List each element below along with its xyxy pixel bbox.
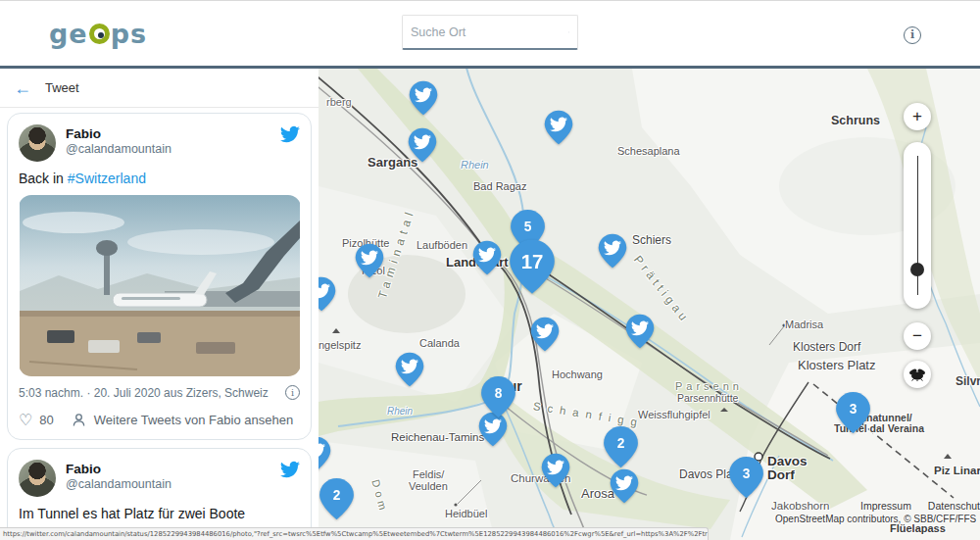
map-label-veulden: Veulden [409, 480, 448, 492]
info-button[interactable]: i [904, 26, 921, 44]
tweet-info-icon[interactable]: i [285, 385, 300, 400]
osm-attribution: OpenStreetMap contributors, © SBB/CFF/FF… [775, 514, 976, 524]
svg-text:3: 3 [742, 466, 750, 481]
fly-icon [908, 368, 926, 381]
header: ge ps i [0, 0, 980, 69]
map-label-ringelspitz: ngelspitz [318, 339, 361, 351]
twitter-icon[interactable] [280, 460, 300, 479]
map-label-klosters-dorf: Klosters Dorf [793, 340, 860, 354]
tweet-marker[interactable] [409, 80, 438, 120]
status-url: https://twitter.com/calandamountain/stat… [3, 530, 709, 538]
map-footer-links: Impressum Datenschutz [860, 500, 980, 512]
zoom-slider[interactable] [904, 142, 931, 309]
map-label-schruns: Schruns [831, 114, 880, 127]
map-label-erberg: rberg [326, 96, 352, 108]
tweet-header: Fabio @calandamountain [19, 460, 300, 497]
impressum-link[interactable]: Impressum [860, 500, 911, 512]
search-input[interactable] [411, 25, 568, 39]
cluster-marker[interactable]: 2 [318, 477, 355, 524]
zoom-out-button[interactable]: − [904, 322, 931, 350]
tweet-marker[interactable] [544, 110, 573, 149]
back-button[interactable]: ← [14, 79, 31, 97]
tweet-photo-airport[interactable] [19, 195, 301, 376]
tweet-marker[interactable] [625, 314, 655, 353]
map-label-madrisa: Madrisa [785, 319, 823, 330]
minus-icon: − [912, 326, 922, 346]
tweet-header: Fabio @calandamountain [19, 124, 300, 162]
map-label-davos-dorf: Dorf [767, 467, 795, 482]
search-icon[interactable] [568, 25, 569, 40]
svg-text:2: 2 [616, 436, 624, 451]
tweet-marker[interactable] [530, 317, 560, 356]
logo-o-icon [89, 24, 110, 44]
sidebar-header: ← Tweet [0, 69, 318, 108]
map-label-rhein-north: Rhein [461, 159, 489, 171]
fly-button[interactable] [904, 361, 931, 388]
avatar[interactable] [19, 460, 56, 497]
map-label-feldis: Feldis/ [413, 468, 444, 480]
tweet-marker[interactable] [318, 436, 331, 475]
cluster-marker[interactable]: 3 [728, 456, 764, 503]
svg-text:2: 2 [332, 488, 340, 503]
more-tweets-link[interactable]: Weitere Tweets von Fabio ansehen [94, 413, 293, 427]
map-label-jakobshorn: Jakobshorn [771, 500, 829, 512]
tweet-actions: ♡ 80 Weitere Tweets von Fabio ansehen [19, 411, 300, 429]
cluster-marker[interactable]: 8 [480, 375, 516, 422]
map[interactable]: rbergSargansRheinBad RagazSchrunsSchesap… [318, 69, 980, 540]
tweet-list: Fabio @calandamountain Back in #Switzerl… [0, 108, 318, 540]
map-label-laufboeden: Laufböden [416, 239, 467, 251]
map-label-bad-ragaz: Bad Ragaz [473, 180, 526, 192]
logo-text-left: ge [49, 19, 88, 49]
twitter-icon[interactable] [280, 124, 300, 144]
cluster-marker[interactable]: 2 [603, 425, 639, 472]
tweet-text: Back in #Switzerland [19, 171, 300, 186]
map-label-piz-linar: Piz Linar [934, 465, 980, 476]
app-window: ge ps i ← Tweet Fabio [0, 0, 980, 540]
tweet-marker[interactable] [408, 127, 437, 167]
tweet-author-name[interactable]: Fabio [66, 462, 280, 476]
datenschutz-link[interactable]: Datenschutz [928, 500, 980, 512]
sidebar-title: Tweet [45, 80, 79, 95]
tweet-card[interactable]: Fabio @calandamountain Back in #Switzerl… [7, 113, 312, 440]
tweet-marker[interactable] [395, 352, 424, 391]
tweet-meta: 5:03 nachm. · 20. Juli 2020 aus Zizers, … [19, 385, 300, 400]
tweet-marker[interactable] [598, 233, 627, 272]
avatar[interactable] [19, 124, 56, 162]
tweet-text: Im Tunnel es hat Platz für zwei Boote [19, 506, 300, 521]
svg-text:8: 8 [494, 386, 502, 401]
tweet-author-handle[interactable]: @calandamountain [66, 477, 280, 491]
svg-text:17: 17 [521, 250, 544, 271]
person-icon[interactable] [72, 413, 86, 427]
map-label-reichenau-tamins: Reichenau-Tamins [391, 431, 484, 443]
search-box[interactable] [402, 15, 578, 50]
zoom-slider-handle[interactable] [910, 263, 924, 276]
cluster-marker[interactable]: 3 [835, 391, 871, 438]
map-label-davos: Davos [767, 454, 808, 468]
tweet-marker[interactable] [541, 453, 570, 492]
map-label-weissfluhgipfel: Weissfluhgipfel [638, 409, 710, 420]
tweet-marker[interactable] [610, 468, 639, 508]
map-label-parsennhuette: Parsennhütte [677, 392, 738, 404]
tweet-timestamp[interactable]: 5:03 nachm. · 20. Juli 2020 aus Zizers, … [19, 386, 269, 400]
map-label-schesaplana: Schesaplana [617, 145, 680, 157]
tweet-card[interactable]: Fabio @calandamountain Im Tunnel es hat … [7, 448, 312, 540]
cluster-marker[interactable]: 17 [509, 238, 556, 299]
geops-logo[interactable]: ge ps [49, 19, 147, 49]
logo-text-right: ps [111, 19, 147, 49]
map-label-schiers: Schiers [632, 233, 671, 247]
map-label-hochwang: Hochwang [552, 368, 603, 380]
map-label-calanda: Calanda [419, 337, 460, 349]
map-label-parsenn: Parsenn [675, 380, 743, 392]
tweet-marker[interactable] [472, 240, 502, 279]
like-icon[interactable]: ♡ [19, 411, 32, 429]
tweet-marker[interactable] [318, 276, 336, 316]
plus-icon: + [912, 107, 922, 126]
like-count: 80 [39, 413, 53, 427]
tweet-marker[interactable] [355, 243, 384, 282]
zoom-in-button[interactable]: + [904, 103, 931, 130]
status-bar: https://twitter.com/calandamountain/stat… [0, 527, 709, 540]
hashtag-link[interactable]: #Switzerland [68, 171, 146, 186]
tweet-author-name[interactable]: Fabio [66, 126, 280, 141]
tweet-author-handle[interactable]: @calandamountain [66, 142, 280, 156]
map-label-heidbueel: Heidbüel [445, 508, 487, 519]
